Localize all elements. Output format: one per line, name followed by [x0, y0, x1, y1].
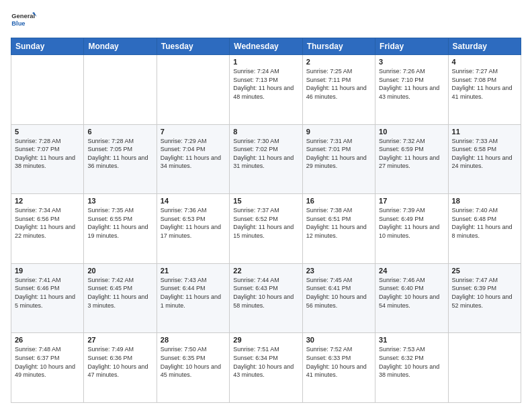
day-info: Sunrise: 7:40 AMSunset: 6:48 PMDaylight:…	[452, 207, 513, 239]
svg-text:General: General	[11, 13, 35, 19]
day-number: 15	[233, 197, 298, 205]
calendar-cell: 24 Sunrise: 7:46 AMSunset: 6:40 PMDaylig…	[375, 263, 448, 333]
day-number: 19	[15, 267, 80, 275]
day-info: Sunrise: 7:50 AMSunset: 6:35 PMDaylight:…	[161, 346, 221, 378]
calendar-cell: 8 Sunrise: 7:30 AMSunset: 7:02 PMDayligh…	[230, 124, 302, 194]
calendar-cell	[84, 55, 157, 125]
calendar-cell: 14 Sunrise: 7:36 AMSunset: 6:53 PMDaylig…	[157, 194, 229, 264]
day-info: Sunrise: 7:37 AMSunset: 6:52 PMDaylight:…	[233, 207, 294, 239]
day-number: 30	[306, 336, 371, 344]
day-number: 20	[87, 267, 152, 275]
calendar-cell: 15 Sunrise: 7:37 AMSunset: 6:52 PMDaylig…	[230, 194, 302, 264]
day-info: Sunrise: 7:42 AMSunset: 6:45 PMDaylight:…	[87, 277, 148, 309]
day-info: Sunrise: 7:25 AMSunset: 7:11 PMDaylight:…	[306, 68, 367, 100]
calendar-cell: 21 Sunrise: 7:43 AMSunset: 6:44 PMDaylig…	[157, 263, 229, 333]
day-info: Sunrise: 7:44 AMSunset: 6:43 PMDaylight:…	[233, 277, 294, 309]
calendar-day-header: Thursday	[302, 38, 375, 55]
day-number: 18	[452, 197, 517, 205]
day-number: 10	[379, 128, 444, 136]
calendar-cell: 10 Sunrise: 7:32 AMSunset: 6:59 PMDaylig…	[375, 124, 448, 194]
day-info: Sunrise: 7:49 AMSunset: 6:36 PMDaylight:…	[87, 346, 148, 378]
day-info: Sunrise: 7:47 AMSunset: 6:39 PMDaylight:…	[452, 277, 513, 309]
day-number: 17	[379, 197, 444, 205]
logo-svg: General Blue	[11, 8, 38, 32]
calendar-cell: 3 Sunrise: 7:26 AMSunset: 7:10 PMDayligh…	[375, 55, 448, 125]
calendar-cell: 19 Sunrise: 7:41 AMSunset: 6:46 PMDaylig…	[11, 263, 84, 333]
day-number: 2	[306, 58, 371, 66]
day-number: 11	[452, 128, 517, 136]
day-number: 13	[87, 197, 152, 205]
day-info: Sunrise: 7:51 AMSunset: 6:34 PMDaylight:…	[233, 346, 294, 378]
calendar-cell: 27 Sunrise: 7:49 AMSunset: 6:36 PMDaylig…	[84, 333, 157, 403]
calendar-cell: 4 Sunrise: 7:27 AMSunset: 7:08 PMDayligh…	[448, 55, 521, 125]
calendar-cell: 28 Sunrise: 7:50 AMSunset: 6:35 PMDaylig…	[157, 333, 229, 403]
calendar-cell	[157, 55, 229, 125]
calendar-cell	[11, 55, 84, 125]
day-info: Sunrise: 7:30 AMSunset: 7:02 PMDaylight:…	[233, 138, 294, 170]
calendar-day-header: Tuesday	[157, 38, 229, 55]
day-number: 7	[161, 128, 226, 136]
day-info: Sunrise: 7:43 AMSunset: 6:44 PMDaylight:…	[161, 277, 221, 309]
day-number: 8	[233, 128, 298, 136]
day-number: 16	[306, 197, 371, 205]
day-info: Sunrise: 7:35 AMSunset: 6:55 PMDaylight:…	[87, 207, 148, 239]
calendar-cell: 18 Sunrise: 7:40 AMSunset: 6:48 PMDaylig…	[448, 194, 521, 264]
calendar-table: SundayMondayTuesdayWednesdayThursdayFrid…	[11, 38, 521, 403]
day-info: Sunrise: 7:48 AMSunset: 6:37 PMDaylight:…	[15, 346, 75, 378]
calendar-cell: 12 Sunrise: 7:34 AMSunset: 6:56 PMDaylig…	[11, 194, 84, 264]
header: General Blue	[11, 8, 521, 32]
day-number: 1	[233, 58, 298, 66]
calendar-day-header: Monday	[84, 38, 157, 55]
day-number: 24	[379, 267, 444, 275]
calendar-week-row: 26 Sunrise: 7:48 AMSunset: 6:37 PMDaylig…	[11, 333, 521, 403]
calendar-cell: 2 Sunrise: 7:25 AMSunset: 7:11 PMDayligh…	[302, 55, 375, 125]
calendar-cell: 30 Sunrise: 7:52 AMSunset: 6:33 PMDaylig…	[302, 333, 375, 403]
calendar-day-header: Saturday	[448, 38, 521, 55]
day-number: 25	[452, 267, 517, 275]
day-number: 9	[306, 128, 371, 136]
calendar-week-row: 1 Sunrise: 7:24 AMSunset: 7:13 PMDayligh…	[11, 55, 521, 125]
day-number: 31	[379, 336, 444, 344]
calendar-cell: 5 Sunrise: 7:28 AMSunset: 7:07 PMDayligh…	[11, 124, 84, 194]
day-number: 27	[87, 336, 152, 344]
day-info: Sunrise: 7:39 AMSunset: 6:49 PMDaylight:…	[379, 207, 439, 239]
calendar-cell: 9 Sunrise: 7:31 AMSunset: 7:01 PMDayligh…	[302, 124, 375, 194]
day-info: Sunrise: 7:32 AMSunset: 6:59 PMDaylight:…	[379, 138, 439, 170]
logo: General Blue	[11, 8, 38, 32]
calendar-cell: 29 Sunrise: 7:51 AMSunset: 6:34 PMDaylig…	[230, 333, 302, 403]
day-number: 12	[15, 197, 80, 205]
day-info: Sunrise: 7:52 AMSunset: 6:33 PMDaylight:…	[306, 346, 367, 378]
day-number: 5	[15, 128, 80, 136]
calendar-cell: 6 Sunrise: 7:28 AMSunset: 7:05 PMDayligh…	[84, 124, 157, 194]
day-info: Sunrise: 7:46 AMSunset: 6:40 PMDaylight:…	[379, 277, 439, 309]
day-number: 6	[87, 128, 152, 136]
calendar-day-header: Wednesday	[230, 38, 302, 55]
calendar-week-row: 5 Sunrise: 7:28 AMSunset: 7:07 PMDayligh…	[11, 124, 521, 194]
day-info: Sunrise: 7:53 AMSunset: 6:32 PMDaylight:…	[379, 346, 439, 378]
day-info: Sunrise: 7:34 AMSunset: 6:56 PMDaylight:…	[15, 207, 75, 239]
day-info: Sunrise: 7:45 AMSunset: 6:41 PMDaylight:…	[306, 277, 367, 309]
calendar-day-header: Friday	[375, 38, 448, 55]
page: General Blue SundayMondayTuesdayWednesda…	[0, 0, 532, 411]
day-number: 28	[161, 336, 226, 344]
calendar-cell: 11 Sunrise: 7:33 AMSunset: 6:58 PMDaylig…	[448, 124, 521, 194]
day-number: 4	[452, 58, 517, 66]
calendar-cell: 16 Sunrise: 7:38 AMSunset: 6:51 PMDaylig…	[302, 194, 375, 264]
calendar-cell: 13 Sunrise: 7:35 AMSunset: 6:55 PMDaylig…	[84, 194, 157, 264]
calendar-cell: 22 Sunrise: 7:44 AMSunset: 6:43 PMDaylig…	[230, 263, 302, 333]
calendar-cell: 31 Sunrise: 7:53 AMSunset: 6:32 PMDaylig…	[375, 333, 448, 403]
day-number: 21	[161, 267, 226, 275]
calendar-day-header: Sunday	[11, 38, 84, 55]
day-info: Sunrise: 7:27 AMSunset: 7:08 PMDaylight:…	[452, 68, 513, 100]
day-number: 3	[379, 58, 444, 66]
day-info: Sunrise: 7:33 AMSunset: 6:58 PMDaylight:…	[452, 138, 513, 170]
calendar-cell: 26 Sunrise: 7:48 AMSunset: 6:37 PMDaylig…	[11, 333, 84, 403]
day-info: Sunrise: 7:26 AMSunset: 7:10 PMDaylight:…	[379, 68, 439, 100]
day-info: Sunrise: 7:38 AMSunset: 6:51 PMDaylight:…	[306, 207, 367, 239]
svg-text:Blue: Blue	[11, 20, 25, 27]
calendar-cell: 17 Sunrise: 7:39 AMSunset: 6:49 PMDaylig…	[375, 194, 448, 264]
day-info: Sunrise: 7:41 AMSunset: 6:46 PMDaylight:…	[15, 277, 75, 309]
calendar-week-row: 19 Sunrise: 7:41 AMSunset: 6:46 PMDaylig…	[11, 263, 521, 333]
calendar-cell: 25 Sunrise: 7:47 AMSunset: 6:39 PMDaylig…	[448, 263, 521, 333]
day-info: Sunrise: 7:28 AMSunset: 7:07 PMDaylight:…	[15, 138, 75, 170]
